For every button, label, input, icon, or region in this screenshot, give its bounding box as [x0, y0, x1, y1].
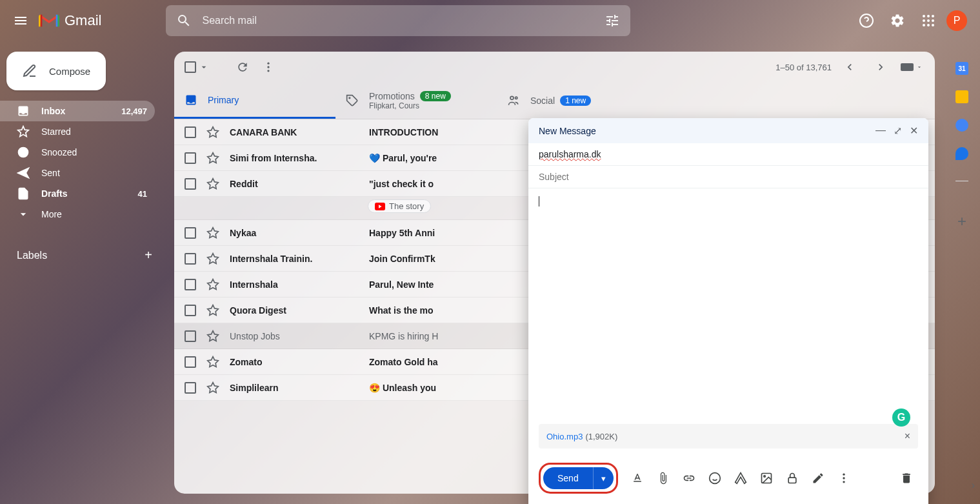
send-button[interactable]: Send: [543, 467, 593, 489]
insert-signature-icon[interactable]: [806, 467, 830, 490]
compose-body[interactable]: [528, 188, 928, 424]
star-icon[interactable]: [206, 252, 219, 265]
sidebar-item-starred[interactable]: Starred: [0, 121, 155, 142]
next-page-button[interactable]: [868, 54, 894, 80]
svg-rect-22: [788, 478, 796, 483]
svg-point-21: [764, 476, 766, 478]
sender: Zomato: [230, 357, 359, 367]
discard-draft-icon[interactable]: [895, 467, 918, 490]
support-icon[interactable]: [854, 8, 879, 34]
compose-button[interactable]: Compose: [6, 52, 106, 90]
star-icon[interactable]: [206, 177, 219, 190]
confidential-mode-icon[interactable]: [781, 467, 804, 490]
add-addon-button[interactable]: +: [957, 212, 966, 230]
tab-promotions[interactable]: Promotions8 new Flipkart, Cours: [335, 83, 497, 119]
attachment-chip[interactable]: Ohio.mp3 (1,902K) ×: [539, 424, 918, 449]
row-checkbox[interactable]: [185, 330, 196, 342]
sender: Quora Digest: [230, 305, 359, 316]
sender: Reddit: [230, 179, 359, 189]
compose-label: Compose: [49, 66, 90, 77]
select-all-checkbox[interactable]: [185, 61, 209, 73]
svg-point-6: [932, 19, 934, 22]
social-badge: 1 new: [560, 96, 591, 106]
sidebar: Compose Inbox 12,497 Starred Snoozed Sen…: [0, 41, 165, 504]
svg-point-12: [267, 66, 269, 68]
compose-window: New Message — ⤢ ✕ parulsharma.dk G Ohio.…: [528, 118, 928, 504]
more-button[interactable]: [255, 54, 281, 80]
sidebar-item-inbox[interactable]: Inbox 12,497: [0, 101, 155, 121]
grammarly-icon[interactable]: G: [892, 408, 910, 427]
tab-primary[interactable]: Primary: [174, 83, 335, 119]
search-icon[interactable]: [171, 8, 197, 34]
sidebar-item-label: Drafts: [41, 188, 67, 199]
sidebar-item-drafts[interactable]: Drafts 41: [0, 183, 155, 204]
compose-subject-field[interactable]: [528, 166, 928, 188]
compose-title: New Message: [539, 126, 596, 136]
star-icon[interactable]: [206, 152, 219, 165]
contacts-icon[interactable]: [955, 147, 968, 160]
star-icon[interactable]: [206, 381, 219, 394]
minimize-icon[interactable]: —: [875, 125, 886, 137]
formatting-icon[interactable]: [626, 467, 649, 490]
row-checkbox[interactable]: [185, 356, 196, 368]
subject-input[interactable]: [539, 172, 918, 182]
gmail-logo[interactable]: Gmail: [39, 12, 101, 29]
star-icon[interactable]: [206, 126, 219, 139]
youtube-chip[interactable]: The story: [368, 199, 431, 213]
remove-attachment-button[interactable]: ×: [905, 430, 910, 442]
search-bar[interactable]: [166, 5, 630, 36]
calendar-icon[interactable]: 31: [955, 62, 968, 75]
category-tabs: Primary Promotions8 new Flipkart, Cours …: [174, 83, 935, 119]
insert-drive-icon[interactable]: [729, 467, 752, 490]
input-tools-button[interactable]: [899, 54, 925, 80]
insert-emoji-icon[interactable]: [703, 467, 726, 490]
row-checkbox[interactable]: [185, 178, 196, 190]
svg-point-2: [927, 15, 930, 17]
close-icon[interactable]: ✕: [910, 125, 918, 137]
svg-rect-14: [901, 63, 914, 71]
star-icon[interactable]: [206, 356, 219, 368]
row-checkbox[interactable]: [185, 126, 196, 138]
insert-photo-icon[interactable]: [755, 467, 778, 490]
sender: Unstop Jobs: [230, 331, 359, 341]
row-checkbox[interactable]: [185, 152, 196, 164]
main-menu-button[interactable]: [5, 5, 36, 36]
sidebar-item-more[interactable]: More: [0, 204, 155, 225]
row-checkbox[interactable]: [185, 382, 196, 394]
star-icon[interactable]: [206, 227, 219, 239]
header-actions: P: [854, 8, 967, 34]
tasks-icon[interactable]: [955, 119, 968, 132]
search-options-icon[interactable]: [599, 8, 625, 34]
star-icon[interactable]: [206, 330, 219, 343]
apps-icon[interactable]: [915, 8, 941, 34]
fullscreen-icon[interactable]: ⤢: [894, 125, 902, 137]
more-options-icon[interactable]: [832, 467, 855, 490]
attach-file-icon[interactable]: [652, 467, 675, 490]
send-options-button[interactable]: ▾: [593, 467, 614, 489]
row-checkbox[interactable]: [185, 227, 196, 239]
tab-social[interactable]: Social1 new: [497, 83, 658, 119]
row-checkbox[interactable]: [185, 253, 196, 265]
settings-icon[interactable]: [885, 8, 910, 34]
tab-label: Primary: [208, 95, 239, 105]
hide-side-panel-button[interactable]: ›: [972, 479, 975, 491]
star-icon[interactable]: [206, 304, 219, 317]
add-label-button[interactable]: +: [145, 248, 152, 263]
keep-icon[interactable]: [955, 90, 968, 103]
prev-page-button[interactable]: [837, 54, 863, 80]
compose-to-field[interactable]: parulsharma.dk: [528, 143, 928, 166]
account-avatar[interactable]: P: [946, 10, 967, 31]
insert-link-icon[interactable]: [677, 467, 701, 490]
send-button-group: Send ▾: [539, 463, 618, 494]
sidebar-item-sent[interactable]: Sent: [0, 163, 155, 183]
star-icon[interactable]: [206, 278, 219, 291]
row-checkbox[interactable]: [185, 305, 196, 316]
svg-point-23: [843, 474, 845, 476]
row-checkbox[interactable]: [185, 279, 196, 290]
toolbar: 1–50 of 13,761: [174, 52, 935, 83]
refresh-button[interactable]: [230, 54, 255, 80]
recipient-text: parulsharma.dk: [539, 149, 601, 159]
sidebar-item-snoozed[interactable]: Snoozed: [0, 142, 155, 163]
search-input[interactable]: [197, 15, 599, 26]
promotions-badge: 8 new: [420, 91, 451, 101]
